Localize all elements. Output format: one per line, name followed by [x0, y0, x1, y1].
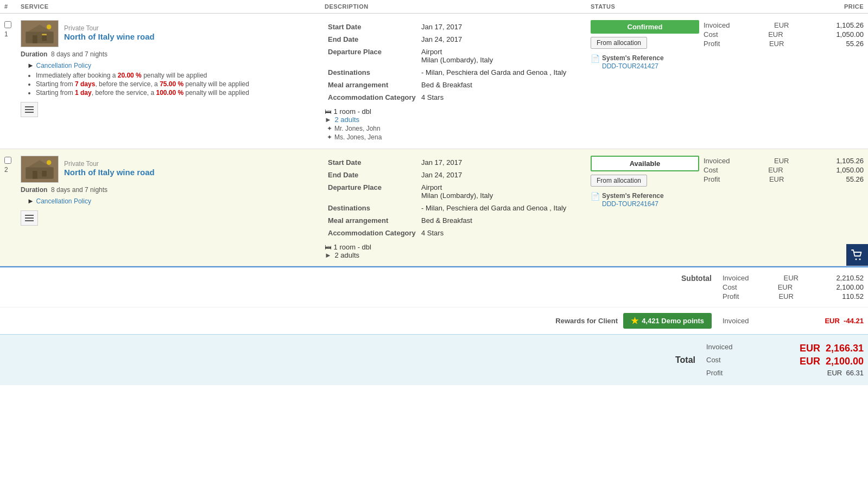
from-allocation-btn-2[interactable]: From allocation	[591, 175, 647, 187]
svg-point-19	[856, 259, 857, 260]
subtotal-label: Subtotal	[681, 273, 712, 283]
price-invoiced-row-1: Invoiced EUR 1,105.26	[704, 21, 864, 29]
from-allocation-btn-1[interactable]: From allocation	[591, 37, 647, 49]
service-number-1: 1	[4, 30, 8, 38]
profit-label-1: Profit	[704, 40, 720, 48]
total-profit-label: Profit	[706, 369, 723, 377]
svg-rect-13	[33, 171, 37, 179]
total-cost-label: Cost	[706, 356, 721, 367]
doc-icon-1: 📄	[591, 54, 600, 63]
person-row-1a: ✦ Mr. Jones, John	[327, 125, 591, 132]
price-cost-row-1: Cost EUR 1,050.00	[704, 30, 864, 39]
room-info-1: 🛏 1 room - dbl ► 2 adults ✦ Mr. Jones, J…	[325, 107, 591, 141]
svg-point-20	[859, 259, 861, 260]
total-cost-row: Cost EUR 2,100.00	[706, 356, 864, 367]
rewards-left: Rewards for Client ★ 4,421 Demo points	[4, 313, 723, 329]
rewards-points: 4,421 Demo points	[642, 317, 704, 325]
service-title-2: North of Italy wine road	[64, 168, 155, 177]
desc-row-departure-1: Departure Place AirportMilan (Lombardy),…	[326, 46, 590, 66]
cart-button[interactable]	[846, 244, 868, 266]
service-menu-btn-1[interactable]	[21, 102, 38, 117]
expand-adults-1: ►	[325, 116, 332, 124]
service-menu-btn-2[interactable]	[21, 210, 38, 226]
penalty-item-1a: Immediately after booking a 20.00 % pena…	[36, 72, 325, 79]
service-info-1: Private Tour North of Italy wine road Du…	[21, 20, 325, 117]
expand-adults-2: ►	[325, 251, 332, 259]
total-invoiced-value: EUR 2,166.31	[800, 343, 864, 354]
svg-point-6	[47, 24, 52, 29]
bed-icon-2: 🛏	[325, 243, 332, 251]
desc-row-end-date-1: End Date Jan 24, 2017	[326, 34, 590, 45]
svg-rect-17	[25, 217, 34, 219]
service-status-2: Available From allocation 📄 System's Ref…	[591, 156, 699, 208]
cancellation-arrow-2: ►	[27, 197, 34, 205]
total-invoiced-row: Invoiced EUR 2,166.31	[706, 343, 864, 354]
header-service: SERVICE	[21, 3, 325, 10]
service-checkbox-2[interactable]	[4, 157, 11, 164]
person-icon-1a: ✦	[327, 125, 332, 132]
service-info-2: Private Tour North of Italy wine road Du…	[21, 156, 325, 226]
service-checkbox-1[interactable]	[4, 21, 11, 28]
rewards-label: Rewards for Client	[555, 317, 618, 325]
subtotal-profit-value: 110.52	[831, 292, 864, 300]
person-row-1b: ✦ Ms. Jones, Jena	[327, 133, 591, 141]
cost-value-2: 1,050.00	[831, 166, 864, 174]
table-header: # SERVICE DESCRIPTION STATUS PRICE	[0, 0, 868, 14]
person-icon-1b: ✦	[327, 133, 332, 141]
price-profit-row-1: Profit EUR 55.26	[704, 40, 864, 48]
status-badge-1: Confirmed	[591, 20, 699, 34]
subtotal-cost-value: 2,100.00	[831, 283, 864, 291]
subtotal-profit-label: Profit	[723, 292, 739, 300]
desc-row-end-date-2: End Date Jan 24, 2017	[326, 169, 590, 181]
svg-rect-14	[42, 171, 47, 176]
service-price-1: Invoiced EUR 1,105.26 Cost EUR 1,050.00 …	[699, 20, 864, 49]
invoiced-label-1: Invoiced	[704, 21, 730, 29]
rewards-badge: ★ 4,421 Demo points	[623, 313, 712, 329]
service-title-1: North of Italy wine road	[64, 32, 155, 41]
svg-rect-9	[25, 112, 34, 113]
adults-link-1[interactable]: 2 adults	[335, 116, 360, 124]
price-cost-row-2: Cost EUR 1,050.00	[704, 166, 864, 174]
svg-point-15	[47, 160, 52, 165]
header-price: PRICE	[699, 3, 864, 10]
desc-row-meal-1: Meal arrangement Bed & Breakfast	[326, 79, 590, 91]
service-desc-2: Start Date Jan 17, 2017 End Date Jan 24,…	[325, 156, 591, 259]
system-ref-1: 📄 System's Reference DDD-TOUR241427	[591, 54, 699, 70]
price-profit-row-2: Profit EUR 55.26	[704, 175, 864, 183]
service-num-col-2: 2	[4, 156, 21, 174]
svg-rect-3	[33, 35, 37, 43]
desc-row-start-date-2: Start Date Jan 17, 2017	[326, 157, 590, 168]
cost-eur-2: EUR	[768, 166, 783, 174]
system-ref-value-1[interactable]: DDD-TOUR241427	[602, 62, 658, 70]
status-badge-2: Available	[591, 156, 699, 171]
invoiced-value-2: 1,105.26	[831, 157, 864, 165]
service-status-1: Confirmed From allocation 📄 System's Ref…	[591, 20, 699, 70]
price-invoiced-row-2: Invoiced EUR 1,105.26	[704, 157, 864, 165]
cancellation-arrow-1: ►	[27, 61, 34, 69]
profit-label-2: Profit	[704, 175, 720, 183]
cancellation-link-2[interactable]: Cancellation Policy	[36, 197, 91, 205]
penalty-list-1: Immediately after booking a 20.00 % pena…	[27, 72, 325, 97]
adults-text-2: 2 adults	[335, 251, 360, 259]
room-info-2: 🛏 1 room - dbl ► 2 adults	[325, 243, 591, 259]
svg-rect-16	[25, 215, 34, 216]
person-name-1b: Ms. Jones, Jena	[334, 133, 382, 141]
subtotal-cost-eur: EUR	[778, 283, 793, 291]
system-ref-label-2: System's Reference	[602, 192, 664, 200]
cancellation-section-1: ► Cancellation Policy Immediately after …	[27, 61, 325, 97]
service-number-2: 2	[4, 166, 8, 174]
penalty-item-1b: Starting from 7 days, before the service…	[36, 80, 325, 88]
subtotal-prices: Invoiced EUR 2,210.52 Cost EUR 2,100.00 …	[723, 273, 864, 302]
profit-value-2: 55.26	[831, 175, 864, 183]
total-section: Total Invoiced EUR 2,166.31 Cost EUR 2,1…	[0, 334, 868, 385]
subtotal-cost-row: Cost EUR 2,100.00	[723, 283, 864, 291]
invoiced-eur-2: EUR	[774, 157, 789, 165]
system-ref-value-2[interactable]: DDD-TOUR241647	[602, 200, 658, 208]
total-profit-row: Profit EUR 66.31	[706, 369, 864, 377]
service-row-1: 1 Private Tour No	[0, 14, 868, 149]
cancellation-link-1[interactable]: Cancellation Policy	[36, 62, 91, 69]
profit-eur-2: EUR	[769, 175, 784, 183]
service-thumbnail-2	[21, 156, 59, 183]
total-cost-value: EUR 2,100.00	[800, 356, 864, 367]
header-status: STATUS	[591, 3, 699, 10]
